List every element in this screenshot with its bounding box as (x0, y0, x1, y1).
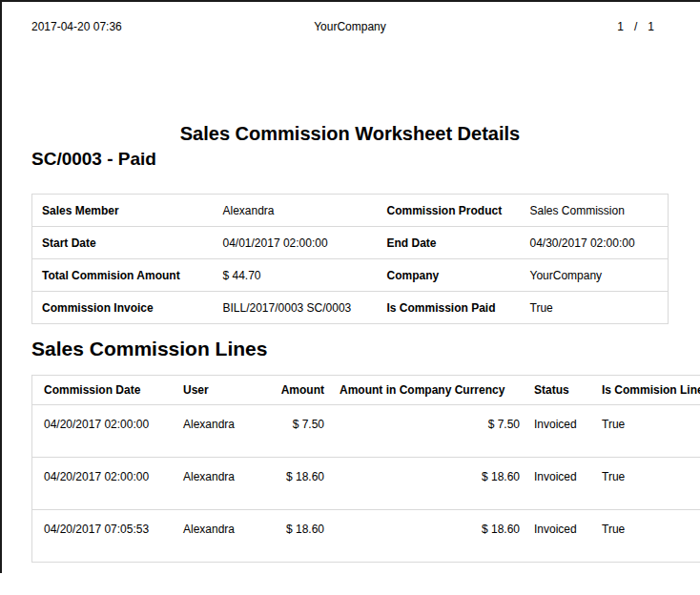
line-cell-amount-company-currency: $ 18.60 (330, 510, 527, 563)
line-cell-user: Alexandra (174, 405, 267, 458)
line-cell-status: Invoiced (527, 458, 592, 510)
table-row: Commission Invoice BILL/2017/0003 SC/000… (32, 292, 669, 324)
line-cell-paid: True (592, 405, 700, 458)
line-cell-paid: True (592, 458, 700, 510)
line-cell-paid: True (592, 510, 700, 563)
summary-table: Sales Member Alexandra Commission Produc… (31, 194, 669, 324)
table-row: Total Commision Amount $ 44.70 Company Y… (32, 259, 669, 292)
table-row: Start Date 04/01/2017 02:00:00 End Date … (32, 227, 669, 259)
page-number: 1 / 1 (617, 19, 654, 34)
report-title: Sales Commission Worksheet Details (0, 123, 700, 145)
summary-value: BILL/2017/0003 SC/0003 (214, 292, 378, 324)
summary-value: $ 44.70 (214, 259, 378, 292)
table-header-row: Commission Date User Amount Amount in Co… (32, 376, 700, 405)
lines-table: Commission Date User Amount Amount in Co… (31, 375, 700, 563)
column-header-user: User (174, 376, 267, 405)
lines-section-heading: Sales Commission Lines (31, 338, 267, 360)
summary-label: End Date (378, 227, 521, 259)
summary-label: Commission Invoice (32, 292, 214, 324)
summary-label: Is Commission Paid (378, 292, 521, 324)
line-cell-amount: $ 18.60 (267, 510, 330, 563)
line-cell-date: 04/20/2017 02:00:00 (32, 405, 175, 458)
line-cell-user: Alexandra (174, 510, 267, 563)
line-cell-amount-company-currency: $ 18.60 (330, 458, 527, 510)
column-header-amount: Amount (267, 376, 330, 405)
page-top-border (0, 0, 700, 2)
page-current: 1 (617, 19, 624, 34)
page-separator: / (634, 19, 637, 34)
table-row: Sales Member Alexandra Commission Produc… (32, 195, 669, 227)
page-left-border (0, 0, 2, 573)
column-header-status: Status (527, 376, 592, 405)
column-header-commission-date: Commission Date (32, 376, 175, 405)
summary-value: Alexandra (214, 195, 378, 227)
line-cell-status: Invoiced (527, 405, 592, 458)
line-cell-status: Invoiced (527, 510, 592, 563)
line-cell-date: 04/20/2017 02:00:00 (32, 458, 175, 510)
report-header: 2017-04-20 07:36 YourCompany 1 / 1 (0, 19, 700, 34)
line-cell-date: 04/20/2017 07:05:53 (32, 510, 175, 563)
page-total: 1 (648, 19, 654, 34)
summary-value: 04/01/2017 02:00:00 (214, 227, 378, 259)
summary-label: Company (378, 259, 521, 292)
summary-value: True (521, 292, 669, 324)
summary-label: Total Commision Amount (32, 259, 214, 292)
line-cell-amount-company-currency: $ 7.50 (330, 405, 527, 458)
summary-label: Sales Member (32, 195, 214, 227)
summary-label: Commission Product (378, 195, 521, 227)
report-company-name: YourCompany (0, 19, 700, 34)
worksheet-heading: SC/0003 - Paid (31, 149, 156, 170)
column-header-is-commision-line-paid: Is Commision Line Paid (592, 376, 700, 405)
line-cell-amount: $ 18.60 (267, 458, 330, 510)
line-cell-amount: $ 7.50 (267, 405, 330, 458)
summary-value: YourCompany (521, 259, 669, 292)
line-cell-user: Alexandra (174, 458, 267, 510)
summary-label: Start Date (32, 227, 214, 259)
table-row: 04/20/2017 02:00:00 Alexandra $ 7.50 $ 7… (32, 405, 700, 458)
summary-value: Sales Commission (521, 195, 669, 227)
summary-value: 04/30/2017 02:00:00 (521, 227, 669, 259)
table-row: 04/20/2017 07:05:53 Alexandra $ 18.60 $ … (32, 510, 700, 563)
table-row: 04/20/2017 02:00:00 Alexandra $ 18.60 $ … (32, 458, 700, 510)
column-header-amount-company-currency: Amount in Company Currency (330, 376, 527, 405)
